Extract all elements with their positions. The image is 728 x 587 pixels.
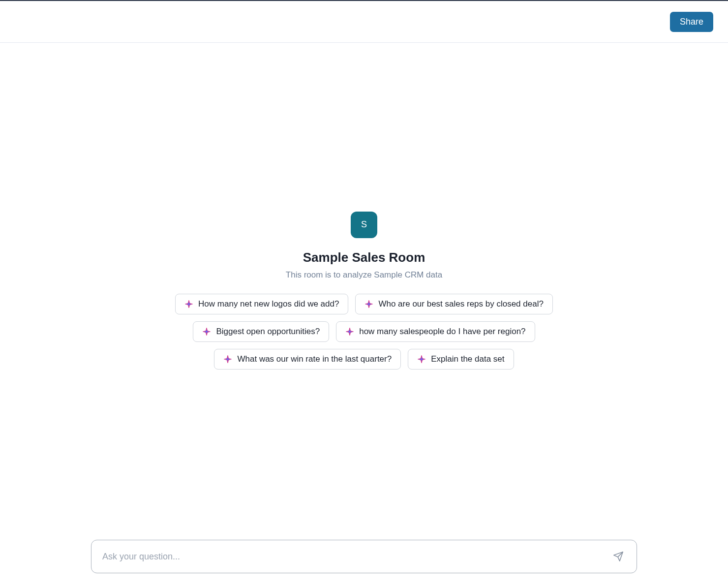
suggestion-label: What was our win rate in the last quarte… xyxy=(237,354,392,364)
send-button[interactable] xyxy=(611,549,626,564)
header: Share xyxy=(0,1,728,43)
room-avatar: S xyxy=(351,212,377,238)
share-button[interactable]: Share xyxy=(670,12,713,32)
suggestion-label: How many net new logos did we add? xyxy=(198,299,339,309)
suggestion-chip-3[interactable]: how many salespeople do I have per regio… xyxy=(336,321,535,342)
suggestions-container: How many net new logos did we add? Who a… xyxy=(138,294,590,370)
send-icon xyxy=(613,551,624,562)
suggestion-chip-1[interactable]: Who are our best sales reps by closed de… xyxy=(355,294,552,314)
suggestion-label: Biggest open opportunities? xyxy=(216,327,320,337)
sparkle-icon xyxy=(417,355,426,364)
sparkle-icon xyxy=(184,300,193,309)
question-input[interactable] xyxy=(102,552,611,562)
sparkle-icon xyxy=(202,327,211,336)
suggestion-chip-4[interactable]: What was our win rate in the last quarte… xyxy=(214,349,401,370)
room-subtitle: This room is to analyze Sample CRM data xyxy=(286,270,442,280)
sparkle-icon xyxy=(223,355,232,364)
room-title: Sample Sales Room xyxy=(303,250,425,265)
suggestion-chip-5[interactable]: Explain the data set xyxy=(408,349,514,370)
main-content: S Sample Sales Room This room is to anal… xyxy=(0,43,728,587)
suggestion-label: how many salespeople do I have per regio… xyxy=(359,327,525,337)
input-area xyxy=(0,540,728,587)
suggestion-label: Explain the data set xyxy=(431,354,504,364)
input-wrapper xyxy=(91,540,637,573)
sparkle-icon xyxy=(364,300,373,309)
sparkle-icon xyxy=(345,327,354,336)
suggestion-chip-2[interactable]: Biggest open opportunities? xyxy=(193,321,329,342)
suggestion-label: Who are our best sales reps by closed de… xyxy=(378,299,543,309)
suggestion-chip-0[interactable]: How many net new logos did we add? xyxy=(175,294,348,314)
